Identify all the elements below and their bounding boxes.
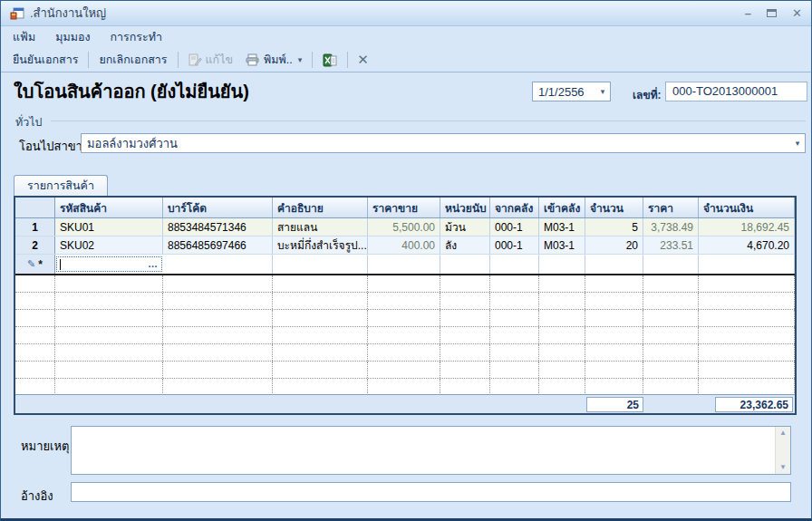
edit-document-icon bbox=[188, 53, 202, 66]
new-row-cell[interactable] bbox=[539, 255, 585, 274]
new-row-cell[interactable] bbox=[699, 255, 795, 274]
column-header-sku[interactable]: รหัสสินค้า bbox=[55, 198, 163, 217]
edit-button-label: แก้ไข bbox=[206, 51, 233, 69]
table-row: 1 SKU01 8853484571346 สายแลน 5,500.00 ม้… bbox=[15, 218, 795, 236]
window-title: .สำนักงานใหญ่ bbox=[30, 4, 106, 23]
new-row-cell[interactable] bbox=[440, 255, 490, 274]
menu-action[interactable]: การกระทำ bbox=[111, 28, 163, 46]
edit-button[interactable]: แก้ไข bbox=[182, 48, 239, 72]
grid-empty-row bbox=[15, 293, 795, 310]
column-header-amount[interactable]: จำนวนเงิน bbox=[699, 198, 795, 217]
chevron-down-icon: ▾ bbox=[298, 55, 303, 64]
cell-amount[interactable]: 4,670.20 bbox=[699, 236, 795, 254]
cell-to-warehouse[interactable]: M03-1 bbox=[539, 236, 585, 254]
lookup-ellipsis-button[interactable]: … bbox=[148, 259, 159, 269]
chevron-down-icon[interactable]: ▾ bbox=[790, 139, 805, 148]
new-row-cell[interactable] bbox=[490, 255, 539, 274]
cell-description[interactable]: สายแลน bbox=[273, 218, 368, 236]
toolbar: ยืนยันเอกสาร ยกเลิกเอกสาร แก้ไข พิมพ์.. … bbox=[1, 48, 811, 72]
scroll-up-icon[interactable]: ▲ bbox=[779, 429, 787, 437]
grid-empty-area bbox=[15, 275, 795, 394]
new-row-cell[interactable] bbox=[273, 255, 368, 274]
print-button-label: พิมพ์.. bbox=[264, 51, 293, 69]
new-row-cell[interactable] bbox=[643, 255, 699, 274]
cell-sku[interactable]: SKU02 bbox=[55, 236, 163, 254]
new-row-header[interactable]: ✎ * bbox=[15, 255, 55, 274]
column-header-to-warehouse[interactable]: เข้าคลัง bbox=[539, 198, 585, 217]
document-date-value: 1/1/2556 bbox=[533, 85, 595, 99]
cell-price[interactable]: 233.51 bbox=[643, 236, 699, 254]
grid-empty-row bbox=[15, 327, 795, 344]
cell-unit[interactable]: ม้วน bbox=[440, 218, 490, 236]
transfer-branch-select[interactable]: มอลล์งามวงศ์วาน ▾ bbox=[81, 133, 806, 153]
grid-empty-row bbox=[15, 344, 795, 362]
cell-from-warehouse[interactable]: 000-1 bbox=[490, 218, 539, 236]
grid-empty-row bbox=[15, 379, 795, 394]
toolbar-separator bbox=[312, 52, 313, 68]
menubar: แฟ้ม มุมมอง การกระทำ bbox=[1, 26, 811, 48]
cell-quantity[interactable]: 5 bbox=[585, 218, 643, 236]
notes-input[interactable] bbox=[72, 427, 775, 474]
new-row-star-icon: * bbox=[38, 258, 43, 271]
grid-empty-row bbox=[15, 362, 795, 379]
cell-to-warehouse[interactable]: M03-1 bbox=[539, 218, 585, 236]
column-header-description[interactable]: คำอธิบาย bbox=[273, 198, 368, 217]
confirm-document-button[interactable]: ยืนยันเอกสาร bbox=[6, 48, 84, 72]
grid-empty-row bbox=[15, 275, 795, 293]
maximize-icon[interactable] bbox=[767, 9, 777, 17]
new-row: ✎ * … bbox=[15, 255, 795, 274]
cell-sku[interactable]: SKU01 bbox=[55, 218, 163, 236]
total-quantity: 25 bbox=[586, 397, 643, 412]
row-header[interactable]: 1 bbox=[15, 218, 55, 236]
print-button[interactable]: พิมพ์.. ▾ bbox=[239, 48, 308, 72]
column-header-sale-price[interactable]: ราคาขาย bbox=[368, 198, 440, 217]
new-row-cell[interactable] bbox=[585, 255, 643, 274]
cell-amount[interactable]: 18,692.45 bbox=[699, 218, 795, 236]
new-row-sku-edit-cell[interactable]: … bbox=[55, 255, 163, 274]
general-section-label: ทั่วไป bbox=[15, 113, 42, 131]
total-amount: 23,362.65 bbox=[715, 397, 793, 412]
notes-scrollbar[interactable]: ▲ ▼ bbox=[775, 427, 790, 474]
cell-quantity[interactable]: 20 bbox=[585, 236, 643, 254]
close-icon[interactable]: ✕ bbox=[792, 7, 802, 19]
cell-sale-price[interactable]: 5,500.00 bbox=[368, 218, 440, 236]
cell-unit[interactable]: ลัง bbox=[440, 236, 490, 254]
export-excel-button[interactable] bbox=[316, 51, 343, 70]
document-date-picker[interactable]: 1/1/2556 ▾ bbox=[532, 82, 611, 101]
cell-price[interactable]: 3,738.49 bbox=[643, 218, 699, 236]
menu-file[interactable]: แฟ้ม bbox=[13, 28, 35, 46]
new-row-cell[interactable] bbox=[368, 255, 440, 274]
grid-total-row: 25 23,362.65 bbox=[15, 394, 795, 413]
minimize-icon[interactable]: – bbox=[745, 7, 751, 19]
cell-description[interactable]: บะหมี่กึ่งสำเร็จรูป... bbox=[273, 236, 368, 254]
printer-icon bbox=[246, 53, 260, 66]
cell-sale-price[interactable]: 400.00 bbox=[368, 236, 440, 254]
column-header-from-warehouse[interactable]: จากคลัง bbox=[490, 198, 539, 217]
notes-field-wrapper: ▲ ▼ bbox=[71, 426, 791, 475]
toolbar-separator bbox=[347, 52, 348, 68]
column-header-barcode[interactable]: บาร์โค้ด bbox=[163, 198, 273, 217]
tab-items-list[interactable]: รายการสินค้า bbox=[14, 175, 108, 196]
cell-barcode[interactable]: 8853484571346 bbox=[163, 218, 273, 236]
grid-corner-cell[interactable] bbox=[15, 198, 55, 217]
grid-empty-row bbox=[15, 310, 795, 327]
column-header-quantity[interactable]: จำนวน bbox=[585, 198, 643, 217]
row-header[interactable]: 2 bbox=[15, 236, 55, 254]
cancel-document-button[interactable]: ยกเลิกเอกสาร bbox=[92, 48, 173, 72]
delete-icon[interactable]: ✕ bbox=[352, 52, 374, 68]
app-window-icon bbox=[10, 6, 24, 21]
doc-number-field[interactable]: 000-TO2013000001 bbox=[665, 82, 807, 101]
column-header-unit[interactable]: หน่วยนับ bbox=[440, 198, 490, 217]
grid-header-row: รหัสสินค้า บาร์โค้ด คำอธิบาย ราคาขาย หน่… bbox=[15, 198, 795, 218]
reference-input[interactable] bbox=[71, 482, 791, 502]
window-controls: – ✕ bbox=[745, 7, 802, 19]
items-grid: รหัสสินค้า บาร์โค้ด คำอธิบาย ราคาขาย หน่… bbox=[14, 196, 797, 415]
scroll-down-icon[interactable]: ▼ bbox=[779, 464, 787, 471]
new-row-cell[interactable] bbox=[163, 255, 273, 274]
notes-label: หมายเหตุ bbox=[21, 437, 70, 456]
menu-view[interactable]: มุมมอง bbox=[55, 28, 90, 46]
column-header-price[interactable]: ราคา bbox=[643, 198, 699, 217]
cell-barcode[interactable]: 8856485697466 bbox=[163, 236, 273, 254]
cell-from-warehouse[interactable]: 000-1 bbox=[490, 236, 539, 254]
chevron-down-icon[interactable]: ▾ bbox=[595, 87, 610, 96]
